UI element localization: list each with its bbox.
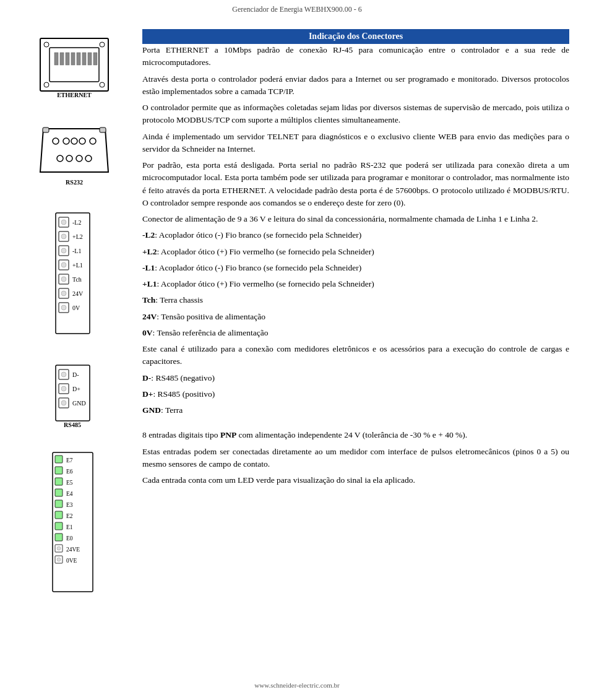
svg-rect-76 — [55, 534, 62, 541]
digital-diagram: E7 E6 E5 E4 E3 E2 E1 — [34, 449, 114, 598]
svg-text:-L1: -L1 — [72, 248, 81, 254]
svg-rect-5 — [71, 53, 75, 65]
l1-pos-line: +L1: Acoplador ótico (+) Fio vermelho (s… — [142, 278, 569, 290]
svg-rect-66 — [55, 478, 62, 485]
svg-text:+L2: +L2 — [72, 233, 83, 240]
power-connector-group: -L2 +L2 -L1 +L1 Tch 24V 0V — [37, 210, 111, 346]
svg-point-19 — [79, 138, 85, 144]
svg-point-44 — [61, 234, 66, 239]
svg-point-22 — [66, 155, 72, 162]
svg-text:E7: E7 — [66, 457, 73, 464]
svg-rect-3 — [60, 53, 64, 65]
ethernet-para1: Porta ETHERNET a 10Mbps padrão de conexã… — [142, 44, 569, 69]
rs232-connector-group: RS232 — [34, 123, 114, 194]
svg-text:24V: 24V — [72, 290, 84, 297]
svg-point-11 — [100, 42, 105, 47]
digital-para2: Estas entradas podem ser conectadas dire… — [142, 446, 569, 471]
svg-text:D+: D+ — [72, 386, 80, 392]
svg-rect-2 — [54, 53, 58, 65]
ethernet-para3: O controlador permite que as informações… — [142, 102, 569, 127]
section-title-box: Indicação dos Conectores — [142, 29, 569, 44]
svg-text:E0: E0 — [66, 535, 73, 542]
header-title: Gerenciador de Energia WEBHX900.00 - 6 — [232, 5, 362, 14]
digital-para3: Cada entrada conta com um LED verde para… — [142, 474, 569, 486]
svg-text:E4: E4 — [66, 491, 73, 497]
svg-rect-25 — [43, 127, 49, 132]
ethernet-connector-group: ETHERNET — [34, 35, 114, 106]
digital-inputs-group: E7 E6 E5 E4 E3 E2 E1 — [34, 449, 114, 598]
main-content: Porta ETHERNET a 10Mbps padrão de conexã… — [142, 44, 569, 486]
svg-text:RS485: RS485 — [64, 421, 81, 428]
svg-point-23 — [76, 155, 82, 162]
d-pos-line: D+: RS485 (positivo) — [142, 388, 569, 400]
left-column: ETHERNET RS232 — [19, 29, 136, 603]
l1-neg-line: -L1: Acoplador ótico (-) Fio branco (se … — [142, 262, 569, 274]
rs485-intro: Este canal é utilizado para a conexão co… — [142, 343, 569, 368]
svg-rect-9 — [93, 53, 97, 65]
tch-line: Tch: Terra chassis — [142, 294, 569, 306]
digital-intro: 8 entradas digitais tipo PNP com aliment… — [142, 429, 569, 441]
svg-point-16 — [53, 138, 59, 144]
svg-point-13 — [100, 82, 105, 87]
svg-text:E5: E5 — [66, 480, 73, 486]
ethernet-para2: Através desta porta o controlador poderá… — [142, 73, 569, 98]
rs485-diagram: D- D+ GND RS485 — [37, 362, 111, 433]
svg-text:E3: E3 — [66, 502, 73, 508]
svg-point-45 — [61, 248, 66, 253]
l2-pos-line: +L2: Acoplador ótico (+) Fio vermelho (s… — [142, 246, 569, 258]
d-neg-line: D-: RS485 (negativo) — [142, 372, 569, 384]
svg-point-24 — [85, 155, 92, 162]
svg-point-52 — [61, 372, 66, 377]
svg-point-48 — [61, 291, 66, 296]
footer-url: www.schneider-electric.com.br — [254, 681, 339, 689]
24v-line: 24V: Tensão positiva de alimentação — [142, 311, 569, 323]
svg-text:E6: E6 — [66, 469, 73, 475]
page-header: Gerenciador de Energia WEBHX900.00 - 6 — [0, 0, 594, 17]
power-connector-intro: Conector de alimentação de 9 a 36 V e le… — [142, 213, 569, 225]
ethernet-para4: Ainda é implementado um servidor TELNET … — [142, 131, 569, 156]
svg-rect-4 — [66, 53, 69, 65]
svg-point-17 — [63, 138, 69, 144]
svg-point-49 — [61, 305, 66, 310]
svg-point-47 — [61, 277, 66, 282]
svg-rect-8 — [88, 53, 92, 65]
svg-rect-7 — [82, 53, 86, 65]
svg-text:E1: E1 — [66, 524, 73, 530]
svg-rect-62 — [55, 456, 62, 463]
svg-rect-72 — [55, 511, 62, 519]
svg-point-43 — [61, 220, 66, 225]
svg-rect-28 — [56, 213, 90, 334]
svg-rect-64 — [55, 467, 62, 474]
power-diagram: -L2 +L2 -L1 +L1 Tch 24V 0V — [37, 210, 111, 346]
svg-point-20 — [90, 138, 96, 144]
svg-text:+L1: +L1 — [72, 262, 83, 269]
ethernet-diagram: ETHERNET — [34, 35, 114, 106]
svg-rect-26 — [100, 127, 106, 132]
svg-point-82 — [57, 558, 61, 561]
svg-rect-68 — [55, 489, 62, 496]
rs485-connector-group: D- D+ GND RS485 — [37, 362, 111, 433]
svg-point-10 — [44, 42, 49, 47]
svg-point-55 — [61, 386, 66, 391]
gnd-line: GND: Terra — [142, 404, 569, 417]
svg-text:0VE: 0VE — [66, 558, 77, 564]
svg-text:RS232: RS232 — [66, 179, 83, 186]
svg-text:D-: D- — [72, 371, 79, 378]
svg-text:ETHERNET: ETHERNET — [57, 92, 92, 98]
svg-text:Tch: Tch — [72, 276, 82, 283]
0v-line: 0V: Tensão referência de alimentação — [142, 327, 569, 339]
svg-marker-15 — [40, 129, 108, 172]
svg-text:GND: GND — [72, 400, 86, 407]
svg-rect-74 — [55, 522, 62, 530]
svg-text:0V: 0V — [72, 305, 80, 311]
svg-point-18 — [71, 138, 77, 144]
svg-point-58 — [61, 400, 66, 405]
rs232-diagram: RS232 — [34, 123, 114, 194]
rs232-para: Por padrão, esta porta está desligada. P… — [142, 159, 569, 209]
page-footer: www.schneider-electric.com.br — [0, 675, 594, 694]
svg-rect-6 — [77, 53, 80, 65]
svg-text:-L2: -L2 — [72, 219, 81, 226]
svg-point-21 — [57, 155, 63, 162]
svg-rect-70 — [55, 500, 62, 508]
svg-point-46 — [61, 262, 66, 267]
